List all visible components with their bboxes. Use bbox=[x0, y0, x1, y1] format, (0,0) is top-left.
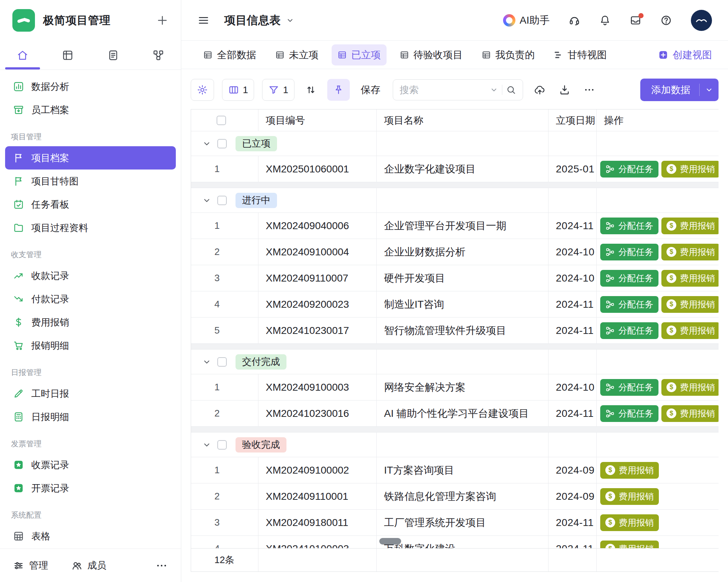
table-row[interactable]: 3XM202409110007硬件开发项目2024-10分配任务$费用报销 bbox=[191, 265, 719, 291]
create-view-button[interactable]: 创建视图 bbox=[658, 48, 712, 61]
pin-button[interactable] bbox=[327, 79, 350, 101]
export-icon[interactable] bbox=[559, 84, 570, 96]
sidebar-item[interactable]: 开票记录 bbox=[5, 477, 176, 500]
assign-task-button[interactable]: 分配任务 bbox=[600, 218, 658, 234]
select-all-checkbox[interactable] bbox=[217, 116, 226, 125]
add-data-button[interactable]: 添加数据 bbox=[640, 79, 719, 101]
column-header-name[interactable]: 项目名称 bbox=[377, 109, 549, 131]
sort-button[interactable] bbox=[302, 79, 319, 101]
members-button[interactable]: 成员 bbox=[71, 559, 106, 572]
flag-icon bbox=[13, 152, 24, 163]
column-header-code[interactable]: 项目编号 bbox=[258, 109, 377, 131]
table-row[interactable]: 4XM202409200023制造业IT咨询2024-11分配任务$费用报销 bbox=[191, 291, 719, 318]
expense-button[interactable]: $费用报销 bbox=[661, 161, 719, 178]
user-avatar[interactable] bbox=[691, 10, 712, 31]
expense-button[interactable]: $费用报销 bbox=[661, 379, 719, 396]
import-icon[interactable] bbox=[534, 84, 546, 96]
assign-task-button[interactable]: 分配任务 bbox=[600, 379, 658, 396]
row-actions-cell: 分配任务$费用报销 bbox=[597, 400, 719, 426]
table-row[interactable]: 5XM202410230017智行物流管理软件升级项目2024-11分配任务$费… bbox=[191, 318, 719, 344]
sidebar-item[interactable]: 费用报销 bbox=[5, 311, 176, 334]
expense-button[interactable]: $费用报销 bbox=[661, 244, 719, 260]
table-row[interactable]: 2XM202409110001铁路信息化管理方案咨询2024-09$费用报销 bbox=[191, 483, 719, 510]
view-tab[interactable]: 已立项 bbox=[332, 44, 387, 65]
assign-task-button[interactable]: 分配任务 bbox=[600, 270, 658, 287]
sidebar-item[interactable]: 报销明细 bbox=[5, 334, 176, 357]
notifications-bell-icon[interactable] bbox=[599, 15, 611, 26]
filter-button[interactable]: 1 bbox=[262, 79, 294, 101]
view-tab[interactable]: 待验收项目 bbox=[394, 44, 468, 65]
assign-task-button[interactable]: 分配任务 bbox=[600, 405, 658, 422]
sidebar-item[interactable]: 收票记录 bbox=[5, 453, 176, 477]
expense-button[interactable]: $费用报销 bbox=[661, 405, 719, 422]
column-header-date[interactable]: 立项日期 bbox=[549, 109, 597, 131]
table-row[interactable]: 3XM202409180011工厂管理系统开发项目2024-11$费用报销 bbox=[191, 510, 719, 536]
sidebar-item[interactable]: 日报明细 bbox=[5, 405, 176, 428]
expense-button[interactable]: $费用报销 bbox=[661, 270, 719, 287]
group-checkbox[interactable] bbox=[217, 196, 227, 205]
sidebar-item[interactable]: 项目过程资料 bbox=[5, 216, 176, 239]
table-row[interactable]: 4XM202410100003万科数字化建设2024-11$费用报销 bbox=[191, 536, 719, 548]
tab-documents[interactable] bbox=[91, 41, 136, 69]
sidebar-item[interactable]: 项目甘特图 bbox=[5, 170, 176, 193]
assign-task-button[interactable]: 分配任务 bbox=[600, 161, 658, 178]
settings-button[interactable] bbox=[191, 79, 214, 101]
view-tab[interactable]: 全部数据 bbox=[197, 44, 262, 65]
tab-tables[interactable] bbox=[45, 41, 90, 69]
grid-view-icon bbox=[400, 50, 409, 60]
view-tab[interactable]: 甘特视图 bbox=[548, 44, 613, 65]
sidebar-item[interactable]: 任务看板 bbox=[5, 193, 176, 216]
search-icon[interactable] bbox=[506, 85, 516, 95]
inbox-button[interactable] bbox=[630, 15, 641, 26]
view-tab[interactable]: 我负责的 bbox=[476, 44, 541, 65]
assign-task-button[interactable]: 分配任务 bbox=[600, 244, 658, 260]
ai-assistant-button[interactable]: AI助手 bbox=[503, 13, 550, 27]
field-config-button[interactable]: 1 bbox=[222, 79, 254, 101]
tab-home[interactable] bbox=[0, 41, 45, 69]
table-row[interactable]: 1XM202409040006企业管理平台开发项目一期2024-11分配任务$费… bbox=[191, 213, 719, 239]
add-workspace-icon[interactable] bbox=[156, 14, 169, 27]
expense-button[interactable]: $费用报销 bbox=[661, 296, 719, 313]
sidebar-item[interactable]: 项目档案 bbox=[5, 146, 176, 170]
search-field-chevron-icon[interactable] bbox=[490, 85, 498, 94]
sidebar-item[interactable]: 付款记录 bbox=[5, 287, 176, 311]
table-row[interactable]: 2XM202409100004企业业财数据分析2024-10分配任务$费用报销 bbox=[191, 239, 719, 265]
assign-task-button[interactable]: 分配任务 bbox=[600, 296, 658, 313]
table-row[interactable]: 1XM202409100002IT方案咨询项目2024-09$费用报销 bbox=[191, 457, 719, 483]
horizontal-scrollbar[interactable] bbox=[379, 538, 401, 545]
sidebar-item[interactable]: 员工档案 bbox=[5, 98, 176, 121]
manage-button[interactable]: 管理 bbox=[13, 559, 48, 572]
collapse-chevron-icon[interactable] bbox=[202, 440, 211, 450]
page-title-dropdown[interactable]: 项目信息表 bbox=[224, 13, 294, 28]
view-tab[interactable]: 未立项 bbox=[269, 44, 324, 65]
collapse-chevron-icon[interactable] bbox=[202, 139, 211, 148]
more-actions-icon[interactable] bbox=[583, 84, 595, 96]
table-row[interactable]: 2XM202410230016AI 辅助个性化学习平台建设项目2024-11分配… bbox=[191, 400, 719, 427]
sidebar-item[interactable]: 收款记录 bbox=[5, 264, 176, 287]
hamburger-menu-icon[interactable] bbox=[197, 14, 210, 27]
help-icon[interactable] bbox=[660, 15, 672, 26]
search-input[interactable] bbox=[400, 84, 486, 96]
add-data-dropdown[interactable] bbox=[700, 79, 719, 101]
table-row[interactable]: 1XM202409100003网络安全解决方案2024-10分配任务$费用报销 bbox=[191, 374, 719, 400]
expense-button[interactable]: $费用报销 bbox=[600, 462, 659, 479]
expense-button[interactable]: $费用报销 bbox=[661, 322, 719, 339]
expense-button[interactable]: $费用报销 bbox=[661, 218, 719, 234]
group-checkbox[interactable] bbox=[217, 139, 227, 148]
expense-button[interactable]: $费用报销 bbox=[600, 514, 659, 531]
support-headset-icon[interactable] bbox=[569, 15, 580, 26]
collapse-chevron-icon[interactable] bbox=[202, 196, 211, 205]
group-checkbox[interactable] bbox=[217, 357, 227, 367]
more-icon[interactable] bbox=[155, 559, 168, 572]
tab-workflow[interactable] bbox=[136, 41, 181, 69]
assign-task-button[interactable]: 分配任务 bbox=[600, 322, 658, 339]
sidebar-item[interactable]: 表格 bbox=[5, 525, 176, 548]
sidebar-item[interactable]: 工时日报 bbox=[5, 382, 176, 405]
save-button[interactable]: 保存 bbox=[358, 83, 383, 96]
group-checkbox[interactable] bbox=[217, 440, 227, 450]
collapse-chevron-icon[interactable] bbox=[202, 357, 211, 367]
sidebar-item[interactable]: 数据分析 bbox=[5, 75, 176, 98]
expense-button[interactable]: $费用报销 bbox=[600, 541, 659, 549]
expense-button[interactable]: $费用报销 bbox=[600, 488, 659, 505]
table-row[interactable]: 1XM202501060001企业数字化建设项目2025-01分配任务$费用报销 bbox=[191, 156, 719, 182]
